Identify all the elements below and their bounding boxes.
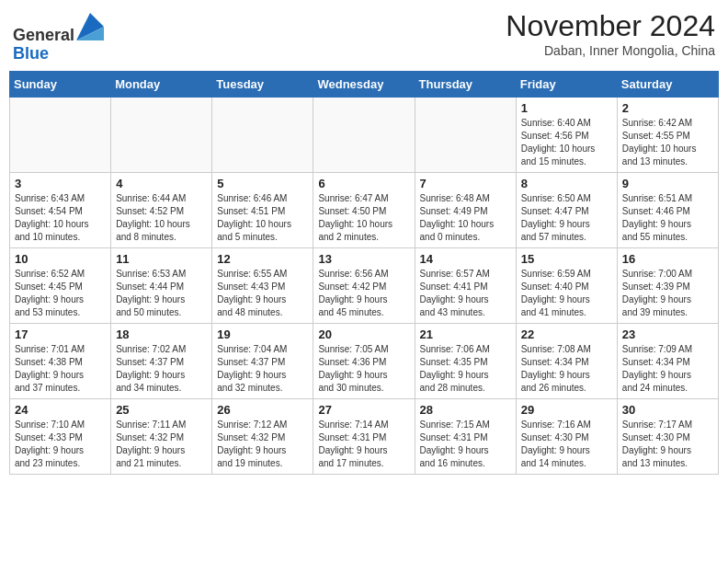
day-detail: Sunrise: 7:10 AM Sunset: 4:33 PM Dayligh… bbox=[15, 419, 106, 470]
day-number: 24 bbox=[15, 403, 106, 417]
calendar-cell: 17Sunrise: 7:01 AM Sunset: 4:38 PM Dayli… bbox=[10, 323, 111, 398]
calendar-cell: 8Sunrise: 6:50 AM Sunset: 4:47 PM Daylig… bbox=[516, 172, 617, 247]
day-detail: Sunrise: 6:53 AM Sunset: 4:44 PM Dayligh… bbox=[116, 268, 207, 319]
day-detail: Sunrise: 7:17 AM Sunset: 4:30 PM Dayligh… bbox=[622, 419, 713, 470]
calendar-cell: 19Sunrise: 7:04 AM Sunset: 4:37 PM Dayli… bbox=[212, 323, 313, 398]
day-detail: Sunrise: 7:14 AM Sunset: 4:31 PM Dayligh… bbox=[318, 419, 409, 470]
day-detail: Sunrise: 7:16 AM Sunset: 4:30 PM Dayligh… bbox=[521, 419, 612, 470]
day-number: 26 bbox=[217, 403, 308, 417]
weekday-header-sunday: Sunday bbox=[10, 71, 111, 97]
calendar-cell: 14Sunrise: 6:57 AM Sunset: 4:41 PM Dayli… bbox=[415, 247, 516, 323]
day-number: 19 bbox=[217, 327, 308, 341]
calendar-cell: 18Sunrise: 7:02 AM Sunset: 4:37 PM Dayli… bbox=[111, 323, 212, 398]
logo: General Blue bbox=[13, 13, 104, 63]
day-detail: Sunrise: 7:01 AM Sunset: 4:38 PM Dayligh… bbox=[15, 343, 106, 395]
day-number: 18 bbox=[116, 327, 207, 341]
day-number: 9 bbox=[622, 177, 713, 190]
logo-icon bbox=[76, 13, 104, 40]
day-detail: Sunrise: 7:15 AM Sunset: 4:31 PM Dayligh… bbox=[420, 419, 511, 470]
page-header: General Blue November 2024 Daban, Inner … bbox=[9, 9, 719, 63]
day-number: 16 bbox=[622, 252, 713, 266]
day-detail: Sunrise: 6:47 AM Sunset: 4:50 PM Dayligh… bbox=[318, 192, 409, 244]
day-number: 25 bbox=[116, 403, 207, 417]
day-detail: Sunrise: 7:06 AM Sunset: 4:35 PM Dayligh… bbox=[420, 343, 511, 395]
calendar-cell bbox=[415, 97, 516, 172]
day-detail: Sunrise: 7:09 AM Sunset: 4:34 PM Dayligh… bbox=[622, 343, 713, 395]
day-number: 7 bbox=[420, 177, 511, 190]
day-number: 30 bbox=[622, 403, 713, 417]
calendar-week-row-4: 24Sunrise: 7:10 AM Sunset: 4:33 PM Dayli… bbox=[10, 398, 719, 474]
day-number: 12 bbox=[217, 252, 308, 266]
calendar-cell: 9Sunrise: 6:51 AM Sunset: 4:46 PM Daylig… bbox=[617, 172, 718, 247]
calendar-cell: 20Sunrise: 7:05 AM Sunset: 4:36 PM Dayli… bbox=[313, 323, 415, 398]
day-number: 28 bbox=[420, 403, 511, 417]
day-detail: Sunrise: 7:02 AM Sunset: 4:37 PM Dayligh… bbox=[116, 343, 207, 395]
day-number: 27 bbox=[318, 403, 409, 417]
weekday-header-friday: Friday bbox=[516, 71, 617, 97]
month-title: November 2024 bbox=[506, 9, 715, 43]
day-number: 6 bbox=[318, 177, 409, 190]
logo-general: General bbox=[13, 26, 74, 44]
day-detail: Sunrise: 7:12 AM Sunset: 4:32 PM Dayligh… bbox=[217, 419, 308, 470]
calendar-cell: 10Sunrise: 6:52 AM Sunset: 4:45 PM Dayli… bbox=[10, 247, 111, 323]
calendar-cell bbox=[212, 97, 313, 172]
day-number: 17 bbox=[15, 327, 106, 341]
day-number: 14 bbox=[420, 252, 511, 266]
calendar-cell: 26Sunrise: 7:12 AM Sunset: 4:32 PM Dayli… bbox=[212, 398, 313, 474]
day-detail: Sunrise: 7:05 AM Sunset: 4:36 PM Dayligh… bbox=[318, 343, 409, 395]
day-number: 2 bbox=[622, 101, 713, 115]
day-detail: Sunrise: 6:59 AM Sunset: 4:40 PM Dayligh… bbox=[521, 268, 612, 319]
calendar-cell: 2Sunrise: 6:42 AM Sunset: 4:55 PM Daylig… bbox=[617, 97, 718, 172]
calendar-week-row-3: 17Sunrise: 7:01 AM Sunset: 4:38 PM Dayli… bbox=[10, 323, 719, 398]
day-number: 1 bbox=[521, 101, 612, 115]
calendar-cell: 29Sunrise: 7:16 AM Sunset: 4:30 PM Dayli… bbox=[516, 398, 617, 474]
day-detail: Sunrise: 6:40 AM Sunset: 4:56 PM Dayligh… bbox=[521, 117, 612, 168]
day-number: 11 bbox=[116, 252, 207, 266]
day-detail: Sunrise: 6:55 AM Sunset: 4:43 PM Dayligh… bbox=[217, 268, 308, 319]
day-detail: Sunrise: 6:51 AM Sunset: 4:46 PM Dayligh… bbox=[622, 192, 713, 244]
weekday-header-saturday: Saturday bbox=[617, 71, 718, 97]
calendar-cell: 23Sunrise: 7:09 AM Sunset: 4:34 PM Dayli… bbox=[617, 323, 718, 398]
day-number: 15 bbox=[521, 252, 612, 266]
calendar-cell: 24Sunrise: 7:10 AM Sunset: 4:33 PM Dayli… bbox=[10, 398, 111, 474]
day-detail: Sunrise: 6:50 AM Sunset: 4:47 PM Dayligh… bbox=[521, 192, 612, 244]
calendar-cell: 25Sunrise: 7:11 AM Sunset: 4:32 PM Dayli… bbox=[111, 398, 212, 474]
day-number: 23 bbox=[622, 327, 713, 341]
day-number: 21 bbox=[420, 327, 511, 341]
logo-blue: Blue bbox=[13, 44, 49, 63]
calendar-week-row-0: 1Sunrise: 6:40 AM Sunset: 4:56 PM Daylig… bbox=[10, 97, 719, 172]
calendar-cell bbox=[313, 97, 415, 172]
calendar-cell: 4Sunrise: 6:44 AM Sunset: 4:52 PM Daylig… bbox=[111, 172, 212, 247]
calendar-cell: 16Sunrise: 7:00 AM Sunset: 4:39 PM Dayli… bbox=[617, 247, 718, 323]
weekday-header-wednesday: Wednesday bbox=[313, 71, 415, 97]
calendar-week-row-1: 3Sunrise: 6:43 AM Sunset: 4:54 PM Daylig… bbox=[10, 172, 719, 247]
day-detail: Sunrise: 6:52 AM Sunset: 4:45 PM Dayligh… bbox=[15, 268, 106, 319]
calendar-table: SundayMondayTuesdayWednesdayThursdayFrid… bbox=[9, 71, 719, 475]
weekday-header-tuesday: Tuesday bbox=[212, 71, 313, 97]
title-block: November 2024 Daban, Inner Mongolia, Chi… bbox=[506, 9, 715, 58]
day-number: 20 bbox=[318, 327, 409, 341]
day-detail: Sunrise: 6:43 AM Sunset: 4:54 PM Dayligh… bbox=[15, 192, 106, 244]
calendar-cell: 22Sunrise: 7:08 AM Sunset: 4:34 PM Dayli… bbox=[516, 323, 617, 398]
day-detail: Sunrise: 6:56 AM Sunset: 4:42 PM Dayligh… bbox=[318, 268, 409, 319]
calendar-cell: 15Sunrise: 6:59 AM Sunset: 4:40 PM Dayli… bbox=[516, 247, 617, 323]
weekday-header-thursday: Thursday bbox=[415, 71, 516, 97]
day-detail: Sunrise: 6:57 AM Sunset: 4:41 PM Dayligh… bbox=[420, 268, 511, 319]
day-number: 3 bbox=[15, 177, 106, 190]
calendar-cell: 30Sunrise: 7:17 AM Sunset: 4:30 PM Dayli… bbox=[617, 398, 718, 474]
day-number: 4 bbox=[116, 177, 207, 190]
day-detail: Sunrise: 6:48 AM Sunset: 4:49 PM Dayligh… bbox=[420, 192, 511, 244]
calendar-cell: 21Sunrise: 7:06 AM Sunset: 4:35 PM Dayli… bbox=[415, 323, 516, 398]
calendar-cell: 7Sunrise: 6:48 AM Sunset: 4:49 PM Daylig… bbox=[415, 172, 516, 247]
day-detail: Sunrise: 6:46 AM Sunset: 4:51 PM Dayligh… bbox=[217, 192, 308, 244]
day-number: 10 bbox=[15, 252, 106, 266]
day-detail: Sunrise: 7:00 AM Sunset: 4:39 PM Dayligh… bbox=[622, 268, 713, 319]
calendar-cell: 27Sunrise: 7:14 AM Sunset: 4:31 PM Dayli… bbox=[313, 398, 415, 474]
weekday-header-row: SundayMondayTuesdayWednesdayThursdayFrid… bbox=[10, 71, 719, 97]
calendar-cell: 1Sunrise: 6:40 AM Sunset: 4:56 PM Daylig… bbox=[516, 97, 617, 172]
day-detail: Sunrise: 7:04 AM Sunset: 4:37 PM Dayligh… bbox=[217, 343, 308, 395]
location: Daban, Inner Mongolia, China bbox=[506, 43, 715, 58]
day-detail: Sunrise: 7:08 AM Sunset: 4:34 PM Dayligh… bbox=[521, 343, 612, 395]
calendar-cell: 13Sunrise: 6:56 AM Sunset: 4:42 PM Dayli… bbox=[313, 247, 415, 323]
calendar-cell bbox=[111, 97, 212, 172]
